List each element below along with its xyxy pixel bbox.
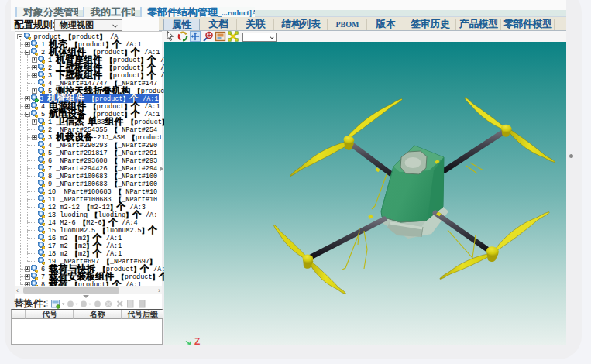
svg-text:Z: Z (194, 336, 200, 345)
